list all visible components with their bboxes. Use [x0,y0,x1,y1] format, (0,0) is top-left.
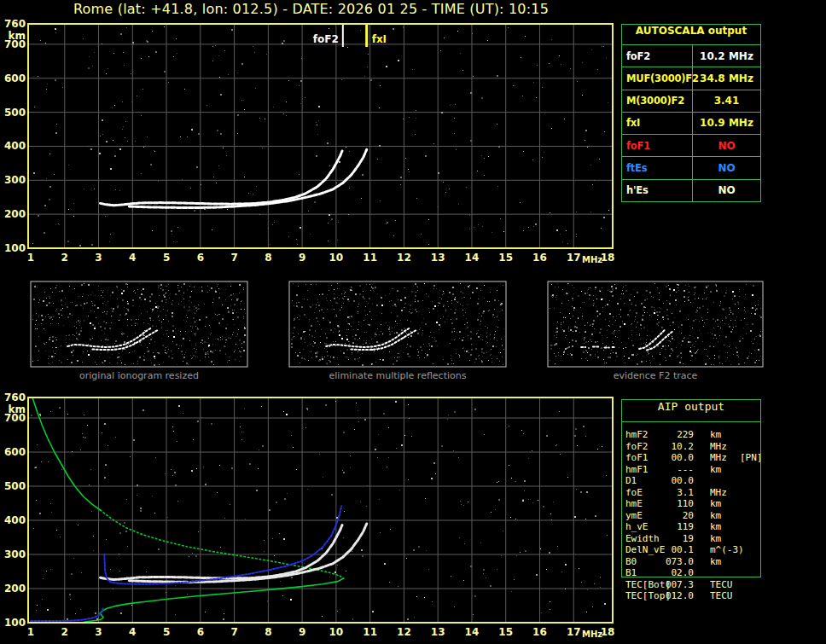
x-tick-label: 15 [498,252,513,264]
aip-parameter-name: Ewidth [625,533,660,545]
aip-parameter-unit: MHz [710,487,727,499]
x-tick-label: 7 [230,252,237,264]
x-tick-label: 2 [61,252,68,264]
thumbnail-panel-0 [31,281,247,367]
x-tick-label: 16 [532,252,547,264]
aip-parameter-unit: TECU [710,590,733,602]
page-title: Rome (lat: +41.8, lon: 012.5) - DATE: 20… [73,1,549,17]
aip-row-hve: h_vE119km [625,521,771,533]
x-tick-label: 3 [95,626,102,638]
aip-parameter-name: hmE [625,498,643,510]
x-axis-unit: MHz [582,629,602,639]
marker-label-fxI: fxI [372,33,387,45]
aip-parameter-value: 20 [660,510,694,522]
x-tick-label: 12 [397,626,411,638]
autoscala-row-hes: h'EsNO [622,180,760,201]
y-tick-label: 600 [4,446,26,458]
x-tick-label: 15 [498,626,513,638]
y-tick-label: 300 [4,174,26,186]
x-tick-label: 9 [299,626,305,638]
y-tick-label: 700 [4,412,26,424]
parameter-label: M(3000)F2 [622,90,693,112]
aip-parameter-value: 012.0 [660,590,694,602]
aip-parameter-name: foE [625,487,643,499]
y-tick-label: 100 [4,617,26,629]
aip-parameter-name: B1 [625,567,637,579]
x-tick-label: 17 [567,626,581,638]
top-ionogram-plot: 760km70060050040030020010012345678910111… [4,18,614,264]
aip-parameter-value: 00.1 [660,544,694,556]
profile-topside-solid [32,397,101,510]
y-tick-label: 500 [4,107,26,119]
parameter-value: NO [693,180,760,201]
x-tick-label: 5 [163,252,170,264]
y-tick-label: 400 [4,140,26,152]
aip-parameter-name: hmF1 [625,464,649,476]
x-tick-label: 13 [431,252,445,264]
parameter-label: h'Es [622,180,693,201]
aip-row-fof2: foF210.2MHz [625,441,771,453]
aip-row-hmf2: hmF2229km [625,429,771,441]
y-tick-label: 700 [4,38,26,50]
x-tick-label: 1 [27,626,34,638]
x-tick-label: 5 [163,626,170,638]
thumbnail-border [548,281,763,367]
x-tick-label: 3 [95,252,102,264]
x-tick-label: 9 [299,252,305,264]
aip-row-b0: B0073.0km [625,556,771,568]
thumbnail-border [31,281,247,367]
x-tick-label: 13 [431,626,445,638]
aip-parameter-unit: TECU [710,579,733,591]
marker-label-foF2: foF2 [313,33,339,45]
aip-parameter-name: foF2 [625,441,649,453]
x-tick-label: 8 [265,252,271,264]
aip-row-hme: hmE110km [625,498,771,510]
aip-parameter-name: B0 [625,556,637,568]
aip-parameter-value: 02.0 [660,567,694,579]
x-trace [129,524,366,582]
autoscala-table-title: AUTOSCALA output [622,25,760,45]
aip-parameter-unit: km [710,429,721,441]
aip-parameter-unit: km [710,556,721,568]
aip-parameter-unit: km [710,510,721,522]
aip-row-hmf1: hmF1---km [625,464,771,476]
x-tick-label: 6 [197,252,204,264]
parameter-value: 10.9 MHz [693,113,760,134]
thumbnail-caption-f2trace: evidence F2 trace [553,370,758,381]
parameter-value: NO [693,157,760,178]
y-tick-label: 500 [4,480,26,492]
parameter-label: MUF(3000)F2 [622,67,693,89]
aip-parameter-name: h_vE [625,521,649,533]
aip-parameter-name: D1 [625,475,637,487]
aip-row-yme: ymE20km [625,510,771,522]
aip-parameter-value: 229 [660,429,694,441]
y-tick-label: 100 [4,242,26,254]
y-tick-label: 200 [4,208,26,220]
x-axis-unit: MHz [582,255,602,264]
aip-parameter-unit: km [710,533,721,545]
aip-row-tecbot: TEC[Bot]007.3TECU [625,579,771,591]
parameter-value: NO [693,135,760,156]
x-tick-label: 17 [567,252,581,264]
x-tick-label: 6 [197,626,204,638]
autoscala-row-muf3000f2: MUF(3000)F234.8 MHz [622,67,760,90]
parameter-value: 10.2 MHz [693,45,760,67]
aip-row-b1: B102.0 [625,567,771,579]
y-tick-label: 300 [4,548,26,560]
thumbnail-trace [639,330,665,350]
bottom-ionogram-plot: 760km70060050040030020010012345678910111… [4,392,614,639]
aip-parameter-value: --- [660,464,694,476]
aip-parameter-flag: [PN] [740,452,763,464]
parameter-label: foF2 [622,45,693,67]
autoscala-screen: Rome (lat: +41.8, lon: 012.5) - DATE: 20… [0,0,826,644]
aip-parameter-unit: MHz [710,452,727,464]
x-tick-label: 8 [265,626,271,638]
x-tick-label: 1 [27,252,34,264]
autoscala-row-fof1: foF1NO [622,135,760,157]
aip-parameter-unit: km [710,498,721,510]
parameter-label: ftEs [622,157,693,178]
y-tick-label: 200 [4,583,26,595]
x-trace [129,149,366,207]
x-tick-label: 12 [397,252,411,264]
autoscala-row-m3000f2: M(3000)F23.41 [622,90,760,113]
